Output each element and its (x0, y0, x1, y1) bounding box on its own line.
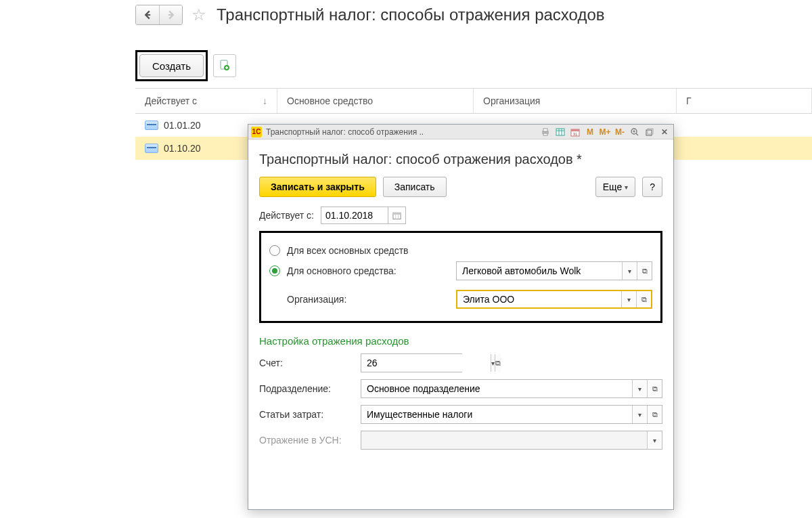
modal-titlebar[interactable]: 1C Транспортный налог: способ отражения … (248, 125, 673, 139)
column-header-label: Действует с (145, 95, 197, 106)
dept-input[interactable] (361, 380, 632, 397)
more-label: Еще (603, 181, 623, 192)
column-header-4[interactable]: Г (677, 89, 812, 113)
chevron-down-icon: ▾ (628, 267, 631, 275)
save-button[interactable]: Записать (383, 177, 447, 197)
open-button[interactable]: ⧉ (647, 380, 662, 397)
radio-single-label: Для основного средства: (287, 265, 443, 276)
row-icon (145, 121, 158, 130)
svg-rect-5 (543, 129, 547, 131)
more-button[interactable]: Еще ▾ (595, 177, 636, 197)
row-icon (145, 144, 158, 153)
open-button[interactable]: ⧉ (636, 291, 651, 307)
org-select[interactable]: ▾ ⧉ (456, 290, 652, 309)
chevron-down-icon: ▾ (627, 296, 631, 303)
radio-all-label: Для всех основных средств (287, 245, 408, 256)
column-header-asset[interactable]: Основное средство (277, 89, 474, 113)
selection-highlight: Для всех основных средств Для основного … (259, 231, 662, 323)
cost-label: Статьи затрат: (259, 409, 354, 420)
org-label: Организация: (287, 294, 443, 305)
dropdown-button[interactable]: ▾ (622, 262, 637, 280)
arrow-left-icon (143, 10, 152, 20)
dept-select[interactable]: ▾ ⧉ (361, 379, 662, 398)
calendar-icon (392, 211, 401, 220)
org-input[interactable] (457, 291, 621, 307)
column-header-org[interactable]: Организация (474, 89, 677, 113)
dropdown-button[interactable]: ▾ (632, 406, 647, 423)
create-button[interactable]: Создать (139, 54, 204, 77)
help-button[interactable]: ? (642, 177, 662, 197)
table-header: Действует с ↓ Основное средство Организа… (135, 88, 812, 114)
column-header-date[interactable]: Действует с ↓ (135, 89, 277, 113)
save-and-close-button[interactable]: Записать и закрыть (259, 177, 376, 197)
account-label: Счет: (259, 358, 354, 368)
radio-all-assets[interactable] (269, 245, 280, 256)
dept-label: Подразделение: (259, 383, 354, 394)
window-restore-icon[interactable] (644, 127, 656, 137)
arrow-right-icon (166, 10, 176, 20)
row-date: 01.01.20 (164, 120, 201, 131)
account-select[interactable]: ▾ ⧉ (361, 353, 462, 372)
dropdown-button[interactable]: ▾ (621, 291, 636, 307)
modal-heading: Транспортный налог: способ отражения рас… (259, 152, 662, 167)
svg-rect-21 (393, 213, 401, 215)
dropdown-button[interactable]: ▾ (632, 380, 647, 397)
radio-single-asset[interactable] (269, 265, 280, 276)
svg-rect-19 (648, 129, 653, 134)
svg-line-15 (636, 133, 638, 135)
nav-buttons (135, 5, 183, 25)
calendar-icon[interactable]: 31 (569, 127, 581, 137)
chevron-down-icon: ▾ (638, 385, 641, 393)
table-icon[interactable] (554, 127, 566, 137)
page-title: Транспортный налог: способы отражения ра… (217, 5, 605, 24)
svg-text:31: 31 (573, 132, 578, 136)
svg-rect-12 (571, 129, 579, 131)
print-icon[interactable] (539, 127, 551, 137)
cost-select[interactable]: ▾ ⧉ (361, 405, 662, 424)
chevron-down-icon: ▾ (625, 184, 628, 191)
open-button[interactable]: ⧉ (637, 262, 652, 280)
section-title: Настройка отражения расходов (259, 335, 662, 347)
date-label: Действует с: (259, 210, 314, 221)
popout-icon: ⧉ (652, 410, 658, 419)
asset-input[interactable] (457, 262, 622, 280)
memory-m-icon[interactable]: M (584, 127, 596, 137)
asset-select[interactable]: ▾ ⧉ (456, 261, 652, 280)
popout-icon: ⧉ (642, 267, 648, 276)
popout-icon: ⧉ (495, 359, 501, 368)
row-date: 01.10.20 (164, 143, 201, 154)
zoom-icon[interactable] (629, 127, 641, 137)
create-copy-button[interactable] (213, 54, 236, 77)
usn-label: Отражение в УСН: (259, 435, 354, 446)
popout-icon: ⧉ (641, 295, 647, 304)
cost-input[interactable] (361, 406, 632, 423)
favorite-star-icon[interactable]: ☆ (189, 5, 208, 24)
app-logo-icon: 1C (251, 127, 262, 137)
open-button[interactable]: ⧉ (495, 354, 501, 372)
nav-forward-button[interactable] (159, 5, 182, 24)
chevron-down-icon: ▾ (653, 437, 656, 444)
svg-rect-18 (646, 130, 652, 135)
svg-rect-7 (556, 129, 564, 135)
dropdown-button: ▾ (647, 431, 662, 449)
sort-arrow-icon: ↓ (263, 95, 267, 106)
memory-mplus-icon[interactable]: M+ (599, 127, 611, 137)
nav-back-button[interactable] (136, 5, 159, 24)
account-input[interactable] (361, 354, 491, 372)
memory-mminus-icon[interactable]: M- (614, 127, 626, 137)
svg-rect-6 (543, 133, 547, 135)
usn-input (361, 431, 647, 449)
modal-window: 1C Транспортный налог: способ отражения … (248, 124, 674, 510)
modal-titlebar-text: Транспортный налог: способ отражения .. (266, 127, 424, 137)
open-button[interactable]: ⧉ (647, 406, 662, 423)
document-add-icon (219, 60, 231, 72)
chevron-down-icon: ▾ (638, 411, 641, 418)
create-highlight: Создать (135, 50, 208, 81)
usn-select: ▾ (361, 431, 662, 450)
calendar-button[interactable] (388, 207, 406, 224)
close-icon[interactable]: ✕ (658, 127, 671, 137)
popout-icon: ⧉ (652, 385, 658, 393)
date-input[interactable] (321, 207, 388, 224)
